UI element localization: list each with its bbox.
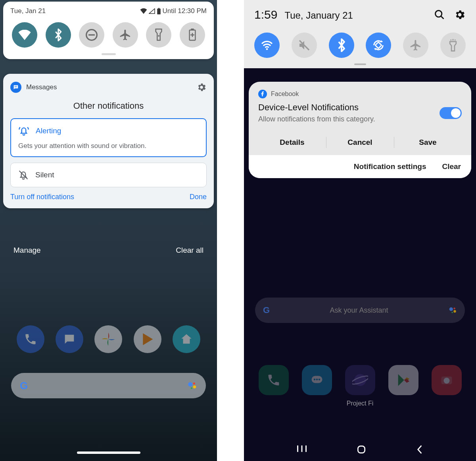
notification-app-name: Facebook — [271, 90, 299, 98]
save-button[interactable]: Save — [394, 131, 462, 154]
auto-rotate-toggle[interactable] — [366, 33, 391, 58]
phone-app-icon[interactable] — [259, 365, 289, 395]
samsung-dock — [244, 365, 476, 395]
svg-point-14 — [436, 11, 442, 17]
assistant-icon — [448, 306, 457, 315]
svg-point-25 — [451, 312, 453, 313]
sound-mute-icon — [298, 39, 311, 52]
manage-button[interactable]: Manage — [13, 246, 41, 255]
airplane-icon — [409, 39, 422, 52]
flashlight-toggle[interactable] — [146, 22, 171, 48]
svg-rect-1 — [158, 8, 159, 9]
flashlight-icon — [447, 38, 459, 52]
flashlight-toggle[interactable] — [440, 33, 466, 58]
assistant-placeholder: Ask your Assistant — [330, 306, 388, 315]
wifi-toggle[interactable] — [12, 22, 37, 48]
dnd-icon — [85, 29, 98, 41]
svg-rect-18 — [375, 42, 382, 48]
svg-point-13 — [191, 387, 192, 389]
facebook-app-icon — [258, 90, 267, 98]
svg-point-33 — [443, 378, 449, 384]
assistant-icon — [187, 380, 197, 391]
silent-option-label: Silent — [35, 171, 54, 179]
bluetooth-toggle[interactable] — [46, 22, 71, 48]
details-button[interactable]: Details — [258, 131, 326, 154]
wifi-icon — [18, 30, 31, 40]
bell-ring-icon — [18, 125, 29, 136]
alerting-option-label: Alerting — [36, 127, 61, 135]
play-music-app-icon[interactable] — [134, 325, 161, 353]
samsung-notification-channel-card: Facebook Device-Level Notifications Allo… — [249, 82, 471, 178]
notification-channel-switch[interactable] — [440, 107, 462, 119]
bluetooth-toggle[interactable] — [329, 33, 354, 58]
home-nav-icon[interactable] — [356, 444, 367, 455]
svg-point-4 — [158, 35, 160, 37]
svg-line-15 — [441, 16, 444, 19]
samsung-screenshot: 1:59 Tue, January 21 — [244, 0, 476, 461]
battery-saver-toggle[interactable] — [180, 22, 205, 48]
done-button[interactable]: Done — [190, 193, 207, 201]
notification-card-title: Other notifications — [10, 101, 207, 111]
status-date: Tue, January 21 — [284, 10, 353, 21]
phone-app-icon[interactable] — [17, 325, 44, 353]
search-icon[interactable] — [434, 9, 445, 20]
svg-rect-6 — [191, 29, 194, 30]
back-nav-icon[interactable] — [415, 444, 424, 455]
notification-channel-title: Device-Level Notifications — [258, 102, 375, 113]
notification-channel-subtitle: Allow notifications from this category. — [258, 115, 375, 123]
pixel-search-bar[interactable]: G — [11, 373, 206, 398]
svg-rect-37 — [358, 446, 365, 453]
notification-settings-link[interactable]: Notification settings — [354, 162, 426, 171]
internet-app-icon[interactable] — [345, 365, 375, 395]
messages-dock-icon[interactable] — [56, 325, 83, 353]
samsung-nav-bar — [244, 444, 476, 455]
samsung-quick-settings-panel: 1:59 Tue, January 21 — [244, 0, 476, 68]
silent-option[interactable]: Silent — [10, 163, 207, 187]
pixel-quick-settings-panel: Tue, Jan 21 Until 12:30 PM — [3, 2, 214, 59]
svg-point-29 — [318, 378, 320, 380]
recents-nav-icon[interactable] — [296, 444, 307, 455]
notification-settings-gear-icon[interactable] — [196, 82, 207, 92]
quick-settings-drag-handle[interactable] — [102, 53, 116, 55]
battery-saver-icon — [188, 29, 197, 41]
status-time: 1:59 — [254, 8, 277, 21]
turn-off-notifications-link[interactable]: Turn off notifications — [10, 193, 74, 201]
clear-button[interactable]: Clear — [442, 162, 461, 171]
alerting-option[interactable]: Alerting Gets your attention with sound … — [10, 118, 207, 157]
messages-app-icon[interactable] — [302, 365, 332, 395]
pixel-gesture-bar[interactable] — [77, 451, 140, 454]
cancel-button[interactable]: Cancel — [326, 131, 394, 154]
bluetooth-icon — [337, 38, 346, 52]
bluetooth-icon — [54, 29, 62, 41]
battery-until-text: Until 12:30 PM — [163, 7, 207, 15]
svg-rect-0 — [157, 8, 161, 14]
svg-point-24 — [453, 310, 456, 313]
airplane-icon — [119, 29, 132, 41]
home-app-icon[interactable] — [173, 325, 200, 353]
svg-point-22 — [449, 307, 453, 311]
sound-toggle[interactable] — [292, 33, 317, 58]
cellular-status-icon — [149, 8, 155, 14]
dnd-toggle[interactable] — [79, 22, 104, 48]
airplane-toggle[interactable] — [403, 33, 428, 58]
assistant-search-bar[interactable]: G Ask your Assistant — [255, 298, 465, 323]
photos-app-icon[interactable] — [94, 325, 122, 353]
settings-gear-icon[interactable] — [454, 9, 466, 21]
play-store-app-icon[interactable] — [388, 365, 418, 395]
pixel-screenshot: Tue, Jan 21 Until 12:30 PM — [0, 0, 217, 461]
svg-point-10 — [188, 382, 192, 386]
wifi-status-icon — [140, 8, 147, 14]
pixel-status-bar: Tue, Jan 21 Until 12:30 PM — [10, 7, 207, 15]
clear-all-button[interactable]: Clear all — [176, 246, 203, 255]
google-g-icon: G — [20, 380, 28, 392]
wifi-toggle[interactable] — [254, 33, 280, 58]
battery-status-icon — [157, 8, 161, 15]
auto-rotate-icon — [372, 38, 385, 52]
svg-point-28 — [316, 378, 318, 380]
pixel-notification-channel-card: Messages Other notifications Alerting Ge… — [3, 74, 214, 208]
folder-label: Project Fi — [244, 400, 476, 407]
pixel-dock — [0, 325, 217, 353]
airplane-toggle[interactable] — [113, 22, 138, 48]
camera-app-icon[interactable] — [432, 365, 462, 395]
quick-settings-drag-handle[interactable] — [354, 63, 366, 65]
